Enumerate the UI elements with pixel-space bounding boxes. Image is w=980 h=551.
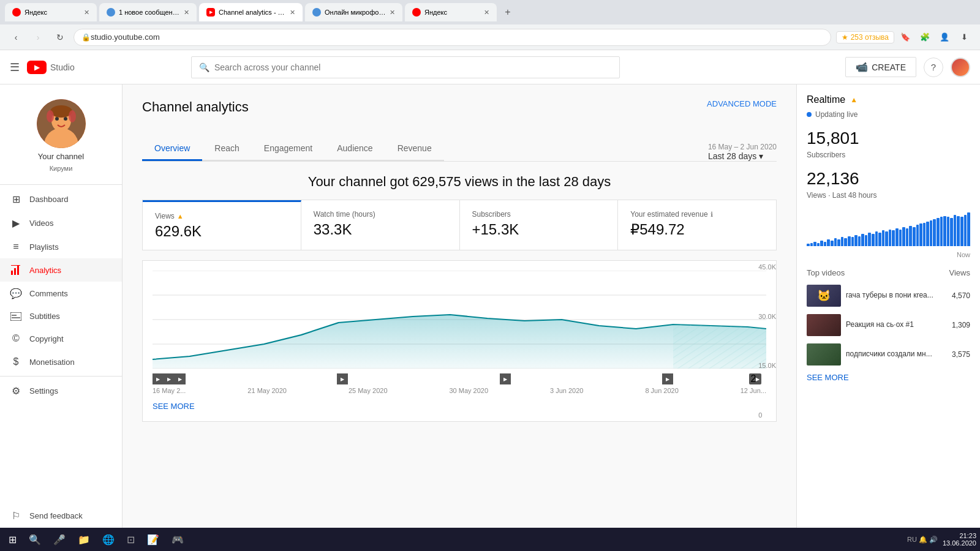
sidebar-item-playlists[interactable]: ≡ Playlists xyxy=(0,235,122,258)
tab-label: Яндекс xyxy=(424,9,447,16)
taskbar-app-3[interactable]: 🎮 xyxy=(167,530,189,549)
stat-revenue[interactable]: Your estimated revenue ℹ ₽549.72 xyxy=(618,200,776,250)
panel-see-more[interactable]: SEE MORE xyxy=(807,373,970,382)
user-avatar[interactable] xyxy=(951,58,970,77)
sidebar-item-settings[interactable]: ⚙ Settings xyxy=(0,379,122,403)
bookmark-icon[interactable]: 🔖 xyxy=(897,29,914,46)
stat-subscribers[interactable]: Subscribers +15.3K xyxy=(460,200,619,250)
video-info-2: Реакция на сь·ох #1 xyxy=(846,320,941,330)
taskbar-browser[interactable]: 🌐 xyxy=(97,530,119,549)
advanced-mode-link[interactable]: ADVANCED MODE xyxy=(707,99,777,108)
stat-views-label: Views ▲ xyxy=(155,212,288,220)
sidebar-item-copyright[interactable]: © Copyright xyxy=(0,327,122,350)
tab-label: Яндекс xyxy=(24,9,47,16)
tab-analytics[interactable]: ▶ Channel analytics - YouT... ✕ xyxy=(199,3,303,21)
video-marker-4[interactable] xyxy=(337,373,348,384)
forward-button[interactable]: › xyxy=(29,29,47,46)
yt-studio-header: ☰ Studio 🔍 📹 CREATE ? xyxy=(0,50,980,84)
mini-bar xyxy=(820,241,823,246)
svg-rect-11 xyxy=(11,265,20,266)
header-right-actions: 📹 CREATE ? xyxy=(845,57,970,77)
sidebar-item-subtitles[interactable]: Subtitles xyxy=(0,305,122,327)
tab-engagement[interactable]: Engagement xyxy=(252,137,325,161)
realtime-subscribers-stat: 15,801 xyxy=(807,129,970,148)
back-button[interactable]: ‹ xyxy=(7,29,24,46)
sidebar-item-label: Copyright xyxy=(29,334,64,343)
svg-rect-12 xyxy=(10,312,21,321)
hamburger-menu[interactable]: ☰ xyxy=(10,61,20,74)
sidebar-item-label: Playlists xyxy=(29,242,59,252)
tab-audience[interactable]: Audience xyxy=(325,137,385,161)
url-bar[interactable]: 🔒 studio.youtube.com xyxy=(74,29,831,46)
settings-icon: ⚙ xyxy=(10,385,22,397)
video-marker-1[interactable] xyxy=(153,373,164,384)
tab-mic[interactable]: Онлайн микрофон – зап... ✕ xyxy=(305,3,402,21)
channel-avatar[interactable] xyxy=(37,99,86,148)
extension-icon[interactable]: 🧩 xyxy=(916,29,933,46)
video-marker-5[interactable] xyxy=(500,373,511,384)
create-button[interactable]: 📹 CREATE xyxy=(845,57,916,77)
tab-yandex-1[interactable]: Яндекс ✕ xyxy=(5,3,97,21)
video-marker-6[interactable] xyxy=(662,373,673,384)
content-area: Channel analytics ADVANCED MODE Overview… xyxy=(123,84,796,528)
sidebar-item-monetisation[interactable]: $ Monetisation xyxy=(0,350,122,373)
video-item-3[interactable]: подписчики создали мн... 3,575 xyxy=(807,343,970,365)
browser-actions: ★ 253 отзыва 🔖 🧩 👤 ⬇ xyxy=(836,29,973,46)
sidebar-item-label: Analytics xyxy=(29,266,61,275)
taskbar-cortana[interactable]: 🎤 xyxy=(48,530,70,549)
sidebar-item-analytics[interactable]: Analytics xyxy=(0,258,122,282)
stat-views[interactable]: Views ▲ 629.6K xyxy=(143,200,301,250)
tab-close-btn[interactable]: ✕ xyxy=(484,9,489,17)
sidebar-item-send-feedback[interactable]: ⚐ Send feedback xyxy=(0,504,122,528)
profile-icon[interactable]: 👤 xyxy=(936,29,953,46)
tab-close-btn[interactable]: ✕ xyxy=(84,9,89,17)
search-input[interactable] xyxy=(214,62,612,72)
mini-bar xyxy=(954,215,957,246)
tab-yandex-2[interactable]: Яндекс ✕ xyxy=(405,3,497,21)
realtime-title: Realtime xyxy=(807,94,845,105)
reviews-badge[interactable]: ★ 253 отзыва xyxy=(836,31,894,43)
mini-bar xyxy=(923,223,926,247)
create-icon: 📹 xyxy=(856,61,868,73)
taskbar-explorer[interactable]: 📁 xyxy=(73,530,95,549)
sidebar-item-dashboard[interactable]: ⊞ Dashboard xyxy=(0,187,122,211)
date-selector[interactable]: 16 May – 2 Jun 2020 Last 28 days ▾ xyxy=(708,143,777,161)
taskbar-start[interactable]: ⊞ xyxy=(4,530,21,549)
top-videos-title: Top videos xyxy=(807,268,845,277)
video-marker-2[interactable] xyxy=(164,373,175,384)
taskbar-app-1[interactable]: ⊡ xyxy=(122,530,140,549)
tab-close-btn[interactable]: ✕ xyxy=(184,9,189,17)
mini-bar xyxy=(837,239,840,246)
warning-icon: ▲ xyxy=(177,212,184,220)
sidebar-item-videos[interactable]: ▶ Videos xyxy=(0,211,122,235)
tab-mail[interactable]: 1 новое сообщени... ✕ xyxy=(99,3,197,21)
subscribers-value: 15,801 xyxy=(807,129,970,148)
new-tab-button[interactable]: + xyxy=(499,4,516,21)
video-item-2[interactable]: Реакция на сь·ох #1 1,309 xyxy=(807,314,970,336)
video-item-1[interactable]: 🐱 гача туберы в пони кrea... 4,570 xyxy=(807,285,970,307)
tab-revenue[interactable]: Revenue xyxy=(385,137,444,161)
yt-studio-logo[interactable]: Studio xyxy=(27,61,75,74)
stat-subs-label: Subscribers xyxy=(472,210,606,219)
search-bar[interactable]: 🔍 xyxy=(191,56,620,78)
taskbar-app-2[interactable]: 📝 xyxy=(142,530,164,549)
stat-watch-time[interactable]: Watch time (hours) 33.3K xyxy=(301,200,460,250)
sidebar-item-comments[interactable]: 💬 Comments xyxy=(0,282,122,305)
tab-reach[interactable]: Reach xyxy=(202,137,251,161)
sidebar-item-label: Dashboard xyxy=(29,195,69,204)
video-marker-3[interactable] xyxy=(175,373,186,384)
reload-button[interactable]: ↻ xyxy=(51,29,69,46)
mini-bar xyxy=(906,228,909,246)
tab-close-btn[interactable]: ✕ xyxy=(390,9,395,17)
see-more-link[interactable]: SEE MORE xyxy=(153,402,195,411)
download-icon[interactable]: ⬇ xyxy=(956,29,973,46)
taskbar-search[interactable]: 🔍 xyxy=(24,530,46,549)
mini-bar xyxy=(861,234,864,246)
help-button[interactable]: ? xyxy=(924,58,943,77)
channel-handle: Кируми xyxy=(50,165,73,172)
video-title-1: гача туберы в пони кrea... xyxy=(846,291,941,301)
mini-bar xyxy=(947,217,950,246)
mini-bar xyxy=(865,235,868,246)
tab-overview[interactable]: Overview xyxy=(142,137,202,161)
tab-close-btn[interactable]: ✕ xyxy=(290,9,295,17)
